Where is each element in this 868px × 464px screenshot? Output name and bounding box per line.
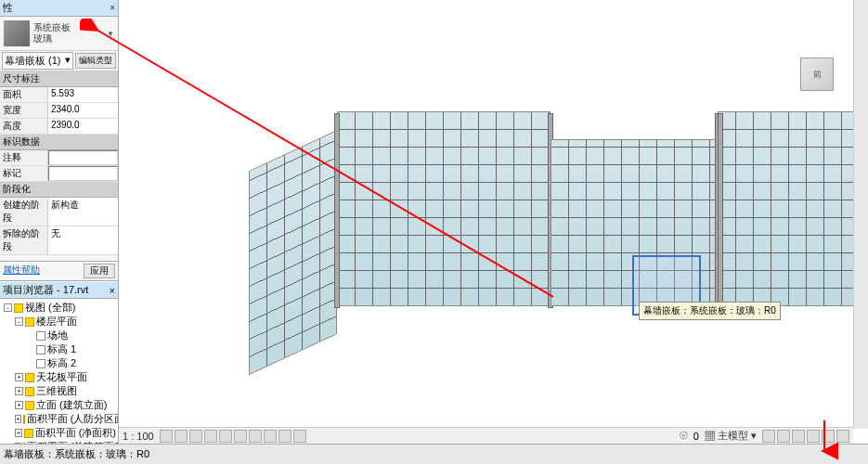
prop-row: 拆除的阶段 无	[0, 226, 118, 255]
viewcube[interactable]	[794, 51, 840, 97]
expand-icon[interactable]: +	[15, 415, 21, 423]
project-browser-tree: -视图 (全部)-楼层平面场地标高 1标高 2+天花板平面+三维视图+立面 (建…	[0, 299, 118, 444]
folder-icon	[25, 401, 34, 410]
type-type-label: 玻璃	[33, 33, 71, 45]
properties-help-link[interactable]: 属性帮助	[3, 264, 40, 278]
tree-item[interactable]: 标高 2	[2, 356, 116, 370]
viewcube-face	[800, 58, 834, 91]
folder-icon	[25, 373, 34, 382]
tree-label: 标高 1	[47, 342, 76, 356]
browser-title: 项目浏览器 - 17.rvt	[3, 283, 88, 297]
chevron-down-icon[interactable]: ▼	[107, 30, 114, 38]
instance-count-dropdown[interactable]: 幕墙嵌板 (1)▾	[2, 52, 73, 70]
tree-label: 面积平面 (净面积)	[35, 426, 116, 440]
section-identity: 标识数据	[0, 135, 118, 150]
project-browser-header: 项目浏览器 - 17.rvt ×	[0, 282, 118, 299]
status-bar: 幕墙嵌板：系统嵌板：玻璃：R0	[0, 444, 868, 464]
view-scale[interactable]: 1 : 100	[123, 431, 154, 442]
close-icon[interactable]: ×	[110, 285, 115, 296]
tree-item[interactable]: +面积平面 (净面积)	[2, 426, 116, 440]
properties-title: 性	[3, 1, 13, 15]
close-icon[interactable]: ×	[110, 3, 115, 13]
prop-value-height: 2390.0	[48, 119, 118, 134]
filter-count: 0	[693, 431, 699, 442]
tree-item[interactable]: +三维视图	[2, 384, 116, 398]
viewport-3d[interactable]: 幕墙嵌板：系统嵌板：玻璃：R0	[119, 0, 868, 444]
expand-icon[interactable]: +	[15, 387, 23, 395]
select-underlay-icon[interactable]	[777, 430, 790, 443]
shadows-icon[interactable]	[204, 430, 217, 443]
drag-elements-icon[interactable]	[822, 430, 835, 443]
tree-label: 场地	[47, 329, 68, 342]
apply-button[interactable]: 应用	[84, 264, 115, 278]
crop-region-icon[interactable]	[249, 430, 262, 443]
section-dimensions: 尺寸标注	[0, 71, 118, 87]
type-selector[interactable]: 系统嵌板 玻璃 ▼	[0, 17, 118, 51]
expand-icon[interactable]: +	[15, 373, 23, 381]
expand-icon[interactable]: -	[4, 303, 12, 312]
select-links-icon[interactable]	[762, 430, 775, 443]
chevron-down-icon: ▾	[65, 54, 71, 68]
tree-item[interactable]: +天花板平面	[2, 370, 116, 384]
prop-row: 宽度 2340.0	[0, 103, 118, 119]
phase-created[interactable]: 新构造	[48, 198, 118, 226]
prop-row: 标记	[0, 166, 118, 182]
tree-item[interactable]: -视图 (全部)	[2, 301, 116, 315]
prop-row: 注释	[0, 150, 118, 166]
crop-view-icon[interactable]	[234, 430, 247, 443]
hide-isolate-icon[interactable]	[279, 430, 291, 443]
prop-row: 面积 5.593	[0, 87, 118, 103]
element-tooltip: 幕墙嵌板：系统嵌板：玻璃：R0	[639, 302, 781, 320]
left-sidebar: 性 × 系统嵌板 玻璃 ▼ 幕墙嵌板 (1)▾ 编辑类型 尺寸标注 面积 5.5…	[0, 0, 119, 444]
folder-icon	[23, 415, 25, 424]
rendering-icon[interactable]	[219, 430, 232, 443]
type-family-label: 系统嵌板	[33, 22, 71, 33]
sheet-icon	[36, 359, 45, 368]
prop-row: 创建的阶段 新构造	[0, 198, 118, 226]
view-control-bar: 1 : 100 ⦾ 0 ▦ 主模型 ▾	[119, 427, 853, 444]
expand-icon[interactable]: -	[15, 317, 23, 326]
tree-item[interactable]: 场地	[2, 329, 116, 342]
comments-input[interactable]	[48, 150, 118, 165]
detail-level-icon[interactable]	[160, 430, 173, 443]
prop-value-area: 5.593	[48, 87, 118, 102]
tree-label: 天花板平面	[36, 370, 87, 384]
expand-icon[interactable]: +	[15, 401, 23, 409]
edit-type-button[interactable]: 编辑类型	[75, 53, 116, 69]
sheet-icon	[36, 331, 45, 341]
folder-icon	[14, 303, 23, 313]
phase-demolished[interactable]: 无	[48, 226, 118, 254]
tree-label: 三维视图	[36, 384, 77, 398]
tree-label: 标高 2	[47, 356, 76, 370]
lock-3d-icon[interactable]	[264, 430, 277, 443]
sun-path-icon[interactable]	[189, 430, 202, 443]
tree-item[interactable]: 标高 1	[2, 342, 116, 356]
scrollbar-vertical[interactable]	[853, 0, 868, 429]
properties-panel-header: 性 ×	[0, 0, 118, 17]
folder-icon	[25, 317, 34, 327]
tree-item[interactable]: +立面 (建筑立面)	[2, 398, 116, 412]
tree-label: 楼层平面	[36, 315, 77, 329]
tree-label: 视图 (全部)	[25, 301, 75, 315]
mark-input[interactable]	[48, 166, 118, 181]
tree-item[interactable]: -楼层平面	[2, 315, 116, 329]
prop-value-width: 2340.0	[48, 103, 118, 118]
reveal-hidden-icon[interactable]	[293, 430, 306, 443]
type-thumbnail	[4, 20, 30, 46]
folder-icon	[24, 429, 32, 438]
filter-dropdown[interactable]: ▦ 主模型 ▾	[705, 429, 757, 443]
tree-label: 立面 (建筑立面)	[36, 398, 107, 412]
prop-row: 高度 2390.0	[0, 119, 118, 135]
visual-style-icon[interactable]	[175, 430, 188, 443]
tree-item[interactable]: +面积平面 (人防分区面积)	[2, 412, 116, 426]
status-selection-info: 幕墙嵌板：系统嵌板：玻璃：R0	[4, 447, 149, 461]
expand-icon[interactable]: +	[15, 429, 22, 437]
select-pinned-icon[interactable]	[792, 430, 805, 443]
select-face-icon[interactable]	[807, 430, 820, 443]
folder-icon	[25, 387, 34, 396]
section-phasing: 阶段化	[0, 182, 118, 198]
filter-icon[interactable]	[836, 430, 849, 443]
sheet-icon	[36, 345, 45, 354]
tree-label: 面积平面 (人防分区面积)	[27, 412, 118, 426]
